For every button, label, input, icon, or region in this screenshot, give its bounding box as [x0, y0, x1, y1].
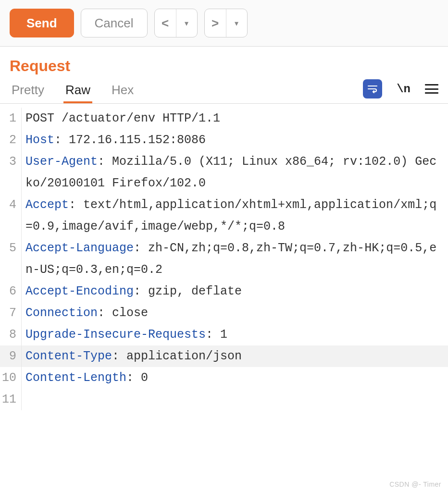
editor-line[interactable]: 3User-Agent: Mozilla/5.0 (X11; Linux x86…: [0, 151, 448, 194]
line-content[interactable]: Accept-Encoding: gzip, deflate: [21, 281, 448, 302]
word-wrap-icon: [367, 83, 378, 95]
menu-icon: [425, 84, 438, 86]
editor-line[interactable]: 2Host: 172.16.115.152:8086: [0, 129, 448, 151]
history-forward-button[interactable]: >: [205, 9, 226, 37]
editor-line[interactable]: 6Accept-Encoding: gzip, deflate: [0, 281, 448, 302]
history-back-group: < ▾: [154, 9, 198, 37]
chevron-left-icon: <: [162, 17, 169, 29]
cancel-button[interactable]: Cancel: [81, 9, 148, 37]
line-content[interactable]: Host: 172.16.115.152:8086: [21, 129, 448, 151]
raw-request-editor[interactable]: 1POST /actuator/env HTTP/1.12Host: 172.1…: [0, 104, 448, 410]
history-back-button[interactable]: <: [155, 9, 176, 37]
line-number: 6: [0, 281, 21, 302]
editor-line[interactable]: 10Content-Length: 0: [0, 367, 448, 389]
line-number: 7: [0, 302, 21, 324]
editor-line[interactable]: 11: [0, 389, 448, 410]
editor-line[interactable]: 9Content-Type: application/json: [0, 345, 448, 367]
caret-down-icon: ▾: [185, 19, 188, 28]
panel-title-request: Request: [0, 47, 448, 79]
action-toolbar: Send Cancel < ▾ > ▾: [0, 0, 448, 47]
chevron-right-icon: >: [212, 17, 219, 29]
line-number: 11: [0, 389, 21, 410]
line-content[interactable]: Accept-Language: zh-CN,zh;q=0.8,zh-TW;q=…: [21, 237, 448, 281]
line-content[interactable]: Upgrade-Insecure-Requests: 1: [21, 324, 448, 345]
line-number: 9: [0, 345, 21, 367]
view-tabs: Pretty Raw Hex: [10, 79, 363, 103]
line-content[interactable]: User-Agent: Mozilla/5.0 (X11; Linux x86_…: [21, 151, 448, 194]
line-content[interactable]: Content-Length: 0: [21, 367, 448, 389]
line-content[interactable]: [21, 389, 448, 410]
send-button[interactable]: Send: [10, 9, 74, 37]
tab-pretty[interactable]: Pretty: [10, 79, 46, 103]
line-content[interactable]: Content-Type: application/json: [21, 345, 448, 367]
line-number: 1: [0, 108, 21, 129]
editor-line[interactable]: 8Upgrade-Insecure-Requests: 1: [0, 324, 448, 345]
history-forward-group: > ▾: [204, 9, 248, 37]
history-forward-dropdown[interactable]: ▾: [226, 9, 247, 37]
editor-line[interactable]: 1POST /actuator/env HTTP/1.1: [0, 108, 448, 129]
line-content[interactable]: Connection: close: [21, 302, 448, 324]
show-newlines-toggle[interactable]: \n: [397, 83, 411, 96]
line-number: 3: [0, 151, 21, 172]
tab-hex[interactable]: Hex: [110, 79, 136, 103]
line-number: 4: [0, 194, 21, 216]
editor-line[interactable]: 4Accept: text/html,application/xhtml+xml…: [0, 194, 448, 237]
line-number: 5: [0, 237, 21, 259]
editor-line[interactable]: 5Accept-Language: zh-CN,zh;q=0.8,zh-TW;q…: [0, 237, 448, 281]
view-tabs-row: Pretty Raw Hex \n: [0, 79, 448, 104]
editor-line[interactable]: 7Connection: close: [0, 302, 448, 324]
line-number: 2: [0, 129, 21, 151]
editor-menu-button[interactable]: [425, 84, 438, 94]
history-back-dropdown[interactable]: ▾: [176, 9, 197, 37]
line-content[interactable]: POST /actuator/env HTTP/1.1: [21, 108, 448, 129]
line-number: 8: [0, 324, 21, 345]
line-content[interactable]: Accept: text/html,application/xhtml+xml,…: [21, 194, 448, 237]
word-wrap-toggle[interactable]: [363, 79, 382, 98]
caret-down-icon: ▾: [235, 19, 238, 28]
line-number: 10: [0, 367, 21, 389]
editor-tools: \n: [363, 79, 438, 103]
tab-raw[interactable]: Raw: [63, 79, 92, 103]
